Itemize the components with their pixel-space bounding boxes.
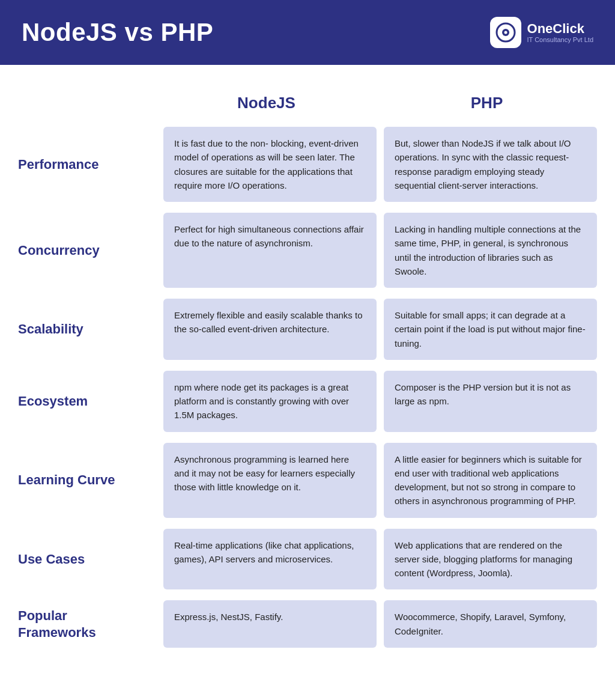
cell-nodejs-1: Perfect for high simultaneous connection…	[163, 213, 377, 288]
column-headers: NodeJS PHP	[18, 89, 597, 117]
logo-name: OneClick	[527, 22, 593, 36]
cell-nodejs-3: npm where node get its packages is a gre…	[163, 371, 377, 432]
row-label-2: Scalability	[18, 321, 156, 338]
col-header-nodejs: NodeJS	[156, 89, 377, 117]
page-header: NodeJS vs PHP OneClick IT Consultancy Pv…	[0, 0, 615, 65]
row-label-4: Learning Curve	[18, 472, 156, 488]
table-row: Popular FrameworksExpress.js, NestJS, Fa…	[18, 600, 597, 648]
page-title: NodeJS vs PHP	[22, 18, 213, 47]
cell-nodejs-2: Extremely flexible and easily scalable t…	[163, 299, 377, 360]
cell-nodejs-6: Express.js, NestJS, Fastify.	[163, 600, 377, 648]
cell-nodejs-5: Real-time applications (like chat applic…	[163, 529, 377, 590]
row-label-5: Use Cases	[18, 551, 156, 568]
table-row: Use CasesReal-time applications (like ch…	[18, 529, 597, 590]
cell-php-1: Lacking in handling multiple connections…	[384, 213, 597, 288]
table-row: Ecosystemnpm where node get its packages…	[18, 371, 597, 432]
comparison-table: PerformanceIt is fast due to the non- bl…	[18, 127, 597, 648]
col-header-empty	[18, 89, 156, 117]
cell-php-2: Suitable for small apps; it can degrade …	[384, 299, 597, 360]
logo-svg	[495, 22, 516, 43]
row-label-6: Popular Frameworks	[18, 607, 156, 641]
cell-nodejs-4: Asynchronous programming is learned here…	[163, 443, 377, 518]
logo-area: OneClick IT Consultancy Pvt Ltd	[490, 17, 593, 48]
table-row: ScalabilityExtremely flexible and easily…	[18, 299, 597, 360]
row-label-1: Concurrency	[18, 242, 156, 259]
row-label-0: Performance	[18, 156, 156, 173]
cell-php-4: A little easier for beginners which is s…	[384, 443, 597, 518]
cell-php-6: Woocommerce, Shopify, Laravel, Symfony, …	[384, 600, 597, 648]
cell-php-5: Web applications that are rendered on th…	[384, 529, 597, 590]
table-row: PerformanceIt is fast due to the non- bl…	[18, 127, 597, 202]
cell-php-3: Composer is the PHP version but it is no…	[384, 371, 597, 432]
table-row: ConcurrencyPerfect for high simultaneous…	[18, 213, 597, 288]
row-label-3: Ecosystem	[18, 393, 156, 410]
logo-text: OneClick IT Consultancy Pvt Ltd	[527, 22, 593, 43]
cell-php-0: But, slower than NodeJS if we talk about…	[384, 127, 597, 202]
logo-subtitle: IT Consultancy Pvt Ltd	[527, 36, 593, 43]
cell-nodejs-0: It is fast due to the non- blocking, eve…	[163, 127, 377, 202]
logo-icon	[490, 17, 521, 48]
col-header-php: PHP	[377, 89, 597, 117]
svg-point-2	[504, 31, 507, 34]
table-row: Learning CurveAsynchronous programming i…	[18, 443, 597, 518]
main-content: NodeJS PHP PerformanceIt is fast due to …	[0, 65, 615, 672]
